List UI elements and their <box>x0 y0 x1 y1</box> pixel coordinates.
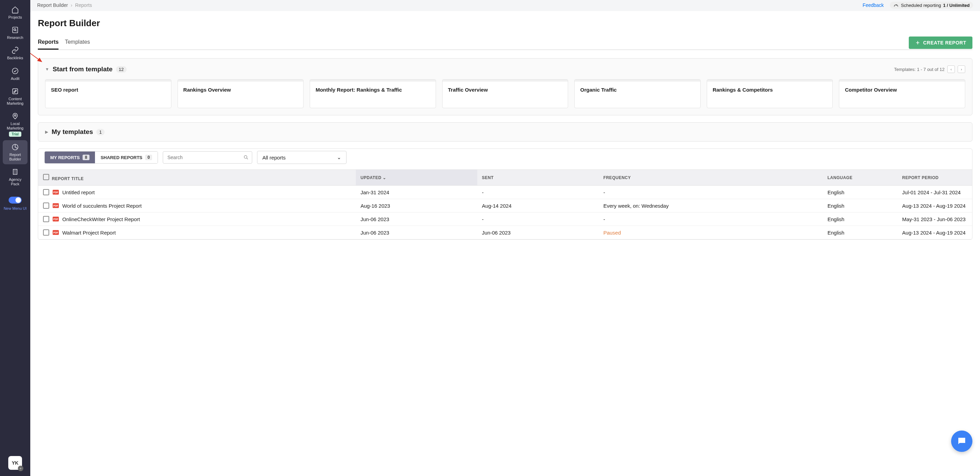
reports-table: REPORT TITLE UPDATED ⌄ SENT FREQUENCY LA… <box>38 169 972 240</box>
svg-point-7 <box>20 468 21 469</box>
nav-research[interactable]: Research <box>3 23 27 43</box>
page-title: Report Builder <box>38 18 972 29</box>
row-checkbox[interactable] <box>43 203 49 209</box>
nav-label: Backlinks <box>7 56 23 60</box>
col-title: REPORT TITLE <box>52 176 84 181</box>
template-card[interactable]: Rankings & Competitors <box>707 79 833 108</box>
svg-point-2 <box>13 68 18 74</box>
nav-label: Agency Pack <box>4 177 26 186</box>
breadcrumb-root[interactable]: Report Builder <box>37 2 68 8</box>
caret-down-icon[interactable]: ▼ <box>45 67 49 72</box>
col-period[interactable]: REPORT PERIOD <box>897 170 972 186</box>
caret-right-icon[interactable]: ▶ <box>45 129 48 134</box>
cell-updated: Jun-06 2023 <box>356 212 477 226</box>
template-name: Monthly Report: Rankings & Traffic <box>315 86 430 93</box>
my-reports-tab[interactable]: MY REPORTS 8 <box>45 152 95 163</box>
svg-rect-3 <box>13 88 18 94</box>
cell-period: Jul-01 2024 - Jul-31 2024 <box>897 186 972 199</box>
building-icon <box>11 168 19 176</box>
tabs-row: Reports Templates CREATE REPORT <box>38 35 972 50</box>
cell-language: English <box>823 212 897 226</box>
my-reports-label: MY REPORTS <box>50 155 80 160</box>
search-input[interactable] <box>163 151 252 164</box>
search-doc-icon <box>11 26 19 34</box>
nav-local-marketing[interactable]: Local Marketing Trial <box>3 109 27 139</box>
template-card[interactable]: SEO report <box>45 79 171 108</box>
cell-language: English <box>823 186 897 199</box>
avatar-initials: YK <box>12 460 18 466</box>
trial-badge: Trial <box>9 132 22 137</box>
col-sent[interactable]: SENT <box>477 170 599 186</box>
template-card[interactable]: Traffic Overview <box>442 79 568 108</box>
table-row[interactable]: PDFOnlineCheckWriter Project Report Jun-… <box>38 212 972 226</box>
row-checkbox[interactable] <box>43 229 49 236</box>
report-title: World of succulents Project Report <box>62 203 142 209</box>
nav-agency-pack[interactable]: Agency Pack <box>3 165 27 189</box>
chat-widget-button[interactable] <box>951 431 972 452</box>
cell-frequency: Every week, on: Wednesday <box>598 199 822 212</box>
nav-projects[interactable]: Projects <box>3 3 27 22</box>
my-templates-section: ▶ My templates 1 <box>38 122 972 142</box>
pager-prev-button[interactable]: ‹ <box>947 65 955 73</box>
edit-icon <box>11 87 19 96</box>
gauge-icon <box>893 2 899 8</box>
breadcrumb-current: Reports <box>75 2 92 8</box>
cell-updated: Jun-06 2023 <box>356 226 477 240</box>
create-report-label: CREATE REPORT <box>923 40 966 45</box>
template-card[interactable]: Rankings Overview <box>178 79 304 108</box>
nav-label: Audit <box>11 77 19 81</box>
template-card[interactable]: Monthly Report: Rankings & Traffic <box>310 79 436 108</box>
tab-templates[interactable]: Templates <box>65 35 90 50</box>
search-box <box>163 151 252 164</box>
col-language[interactable]: LANGUAGE <box>823 170 897 186</box>
cell-language: English <box>823 199 897 212</box>
pie-icon <box>11 143 19 151</box>
nav-backlinks[interactable]: Backlinks <box>3 43 27 63</box>
template-name: Rankings Overview <box>183 86 298 93</box>
search-icon <box>243 155 249 160</box>
menu-ui-toggle[interactable] <box>9 196 22 204</box>
plus-icon <box>915 40 921 45</box>
nav-content-marketing[interactable]: Content Marketing <box>3 85 27 109</box>
my-reports-count: 8 <box>83 155 90 160</box>
my-template-count: 1 <box>96 129 104 135</box>
svg-point-4 <box>14 115 16 117</box>
create-report-button[interactable]: CREATE REPORT <box>909 37 972 49</box>
template-cards: SEO report Rankings Overview Monthly Rep… <box>45 79 965 108</box>
shared-reports-tab[interactable]: SHARED REPORTS 0 <box>95 152 158 163</box>
scheduled-reporting-pill[interactable]: Scheduled reporting 1 / Unlimited <box>890 2 973 9</box>
cell-frequency: - <box>598 186 822 199</box>
nav-audit[interactable]: Audit <box>3 64 27 84</box>
nav-label: Local Marketing <box>4 121 26 131</box>
toggle-label: New Menu UI <box>4 206 27 211</box>
home-icon <box>11 5 19 14</box>
col-updated[interactable]: UPDATED <box>361 175 382 180</box>
shared-reports-label: SHARED REPORTS <box>100 155 142 160</box>
svg-rect-0 <box>13 27 18 33</box>
section-title: Start from template <box>52 65 113 73</box>
dropdown-value: All reports <box>262 155 286 160</box>
cell-sent: - <box>477 212 599 226</box>
table-row[interactable]: PDFUntitled report Jan-31 2024 - - Engli… <box>38 186 972 199</box>
nav-label: Research <box>7 35 23 40</box>
row-checkbox[interactable] <box>43 189 49 195</box>
template-card[interactable]: Organic Traffic <box>574 79 701 108</box>
report-filter-dropdown[interactable]: All reports ⌄ <box>257 151 347 164</box>
scheduled-label: Scheduled reporting <box>901 3 941 8</box>
user-avatar[interactable]: YK <box>8 456 22 470</box>
row-checkbox[interactable] <box>43 216 49 222</box>
template-name: SEO report <box>51 86 165 93</box>
cell-frequency: - <box>598 212 822 226</box>
nav-report-builder[interactable]: Report Builder <box>3 140 27 164</box>
select-all-checkbox[interactable] <box>43 174 49 180</box>
pin-icon <box>11 112 19 120</box>
section-title: My templates <box>52 128 93 136</box>
table-row[interactable]: PDFWorld of succulents Project Report Au… <box>38 199 972 212</box>
col-frequency[interactable]: FREQUENCY <box>598 170 822 186</box>
template-card[interactable]: Competitor Overview <box>839 79 965 108</box>
annotation-arrow-icon <box>30 46 52 67</box>
table-row[interactable]: PDFWalmart Project Report Jun-06 2023 Ju… <box>38 226 972 240</box>
pager-next-button[interactable]: › <box>958 65 965 73</box>
feedback-link[interactable]: Feedback <box>863 2 884 8</box>
cell-period: Aug-13 2024 - Aug-19 2024 <box>897 226 972 240</box>
